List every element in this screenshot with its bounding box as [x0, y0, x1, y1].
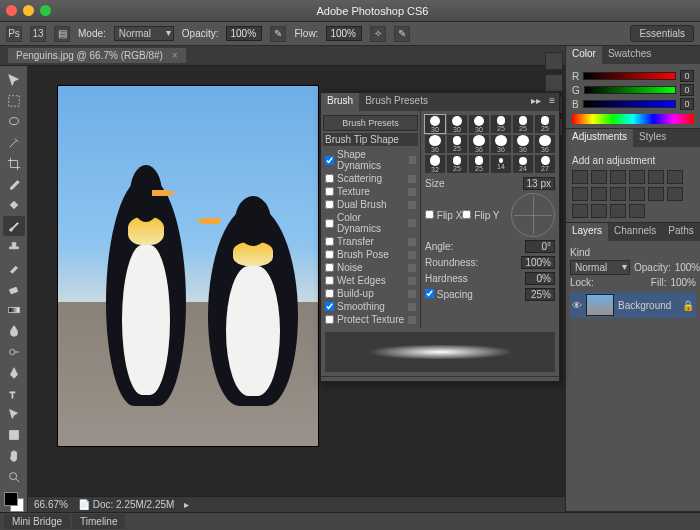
selective-color-icon[interactable] [629, 204, 645, 218]
zoom-window-icon[interactable] [40, 5, 51, 16]
brush-option-dual brush[interactable]: Dual Brush [323, 198, 418, 211]
brush-tip[interactable]: 25 [491, 115, 511, 133]
brush-option-protect texture[interactable]: Protect Texture [323, 313, 418, 326]
size-value[interactable]: 13 px [523, 177, 555, 190]
brush-panel-toggle-icon[interactable]: ▤ [54, 26, 70, 42]
photo-filter-icon[interactable] [610, 187, 626, 201]
collapse-icon[interactable]: ▸▸ [527, 93, 545, 111]
flow-input[interactable] [326, 26, 362, 41]
lock-icon[interactable] [408, 251, 416, 259]
tab-paths[interactable]: Paths [662, 223, 700, 241]
curves-icon[interactable] [610, 170, 626, 184]
brush-tip[interactable]: 24 [513, 155, 533, 173]
dodge-tool[interactable] [3, 342, 25, 362]
gradient-map-icon[interactable] [610, 204, 626, 218]
color-slider-G[interactable] [584, 86, 676, 94]
zoom-level[interactable]: 66.67% [34, 499, 68, 510]
lock-icon[interactable] [408, 264, 416, 272]
brush-option-transfer[interactable]: Transfer [323, 235, 418, 248]
channel-value[interactable]: 0 [680, 98, 694, 110]
tab-swatches[interactable]: Swatches [602, 46, 657, 64]
history-brush-tool[interactable] [3, 258, 25, 278]
color-slider-R[interactable] [583, 72, 676, 80]
lock-icon[interactable] [408, 175, 416, 183]
tab-color[interactable]: Color [566, 46, 602, 64]
tab-layers[interactable]: Layers [566, 223, 608, 241]
brush-option-build-up[interactable]: Build-up [323, 287, 418, 300]
channel-value[interactable]: 0 [680, 70, 694, 82]
brush-tip[interactable]: 30 [469, 115, 489, 133]
brush-tip[interactable]: 30 [447, 115, 467, 133]
marquee-tool[interactable] [3, 91, 25, 111]
tab-timeline[interactable]: Timeline [72, 514, 125, 529]
angle-widget[interactable] [511, 193, 555, 237]
brush-option-smoothing[interactable]: Smoothing [323, 300, 418, 313]
brush-tip[interactable]: 25 [513, 115, 533, 133]
channel-value[interactable]: 0 [680, 84, 694, 96]
hue-ramp[interactable] [572, 114, 694, 124]
document-canvas[interactable] [58, 86, 318, 446]
lock-icon[interactable] [408, 303, 416, 311]
history-panel-icon[interactable] [545, 52, 563, 70]
brush-tip[interactable]: 30 [425, 115, 445, 133]
visibility-icon[interactable]: 👁 [572, 300, 582, 311]
brush-tip[interactable]: 36 [469, 135, 489, 153]
lock-icon[interactable] [408, 290, 416, 298]
brush-option-texture[interactable]: Texture [323, 185, 418, 198]
tab-channels[interactable]: Channels [608, 223, 662, 241]
document-tab[interactable]: Penguins.jpg @ 66.7% (RGB/8#) × [8, 48, 186, 63]
lock-icon[interactable] [408, 201, 416, 209]
layer-thumbnail[interactable] [586, 294, 614, 316]
threshold-icon[interactable] [591, 204, 607, 218]
lock-icon[interactable] [408, 316, 416, 324]
exposure-icon[interactable] [629, 170, 645, 184]
lock-icon[interactable] [408, 238, 416, 246]
brush-tip[interactable]: 36 [425, 135, 445, 153]
gradient-tool[interactable] [3, 300, 25, 320]
brightness-icon[interactable] [572, 170, 588, 184]
stamp-tool[interactable] [3, 237, 25, 257]
pen-tool[interactable] [3, 363, 25, 383]
tab-mini-bridge[interactable]: Mini Bridge [4, 514, 70, 529]
brush-tip[interactable]: 36 [535, 135, 555, 153]
eraser-tool[interactable] [3, 279, 25, 299]
color-swatch[interactable] [4, 492, 24, 512]
hardness-value[interactable]: 0% [525, 272, 555, 285]
shape-tool[interactable] [3, 425, 25, 445]
tab-brush-presets[interactable]: Brush Presets [359, 93, 434, 111]
ps-logo-icon[interactable]: Ps [6, 26, 22, 42]
opacity-input[interactable] [226, 26, 262, 41]
posterize-icon[interactable] [572, 204, 588, 218]
layer-blend-dropdown[interactable]: Normal [570, 260, 630, 275]
status-arrow-icon[interactable]: ▸ [184, 499, 189, 510]
brush-tip[interactable]: 36 [491, 135, 511, 153]
lookup-icon[interactable] [648, 187, 664, 201]
brush-presets-button[interactable]: Brush Presets [323, 115, 418, 131]
path-select-tool[interactable] [3, 405, 25, 425]
lock-icon[interactable] [408, 188, 416, 196]
type-tool[interactable]: T [3, 384, 25, 404]
brush-tip[interactable]: 25 [447, 135, 467, 153]
roundness-value[interactable]: 100% [521, 256, 555, 269]
workspace-switcher[interactable]: Essentials [630, 25, 694, 42]
brush-option-shape dynamics[interactable]: Shape Dynamics [323, 148, 418, 172]
invert-icon[interactable] [667, 187, 683, 201]
spacing-value[interactable]: 25% [525, 288, 555, 301]
layer-row[interactable]: 👁 Background 🔒 [570, 292, 696, 318]
doc-info[interactable]: 📄 Doc: 2.25M/2.25M [78, 499, 175, 510]
angle-value[interactable]: 0° [525, 240, 555, 253]
spacing-checkbox[interactable]: Spacing [425, 289, 473, 300]
crop-tool[interactable] [3, 154, 25, 174]
tab-brush[interactable]: Brush [321, 93, 359, 111]
move-tool[interactable] [3, 70, 25, 90]
lock-icon[interactable] [408, 277, 416, 285]
blend-mode-dropdown[interactable]: Normal [114, 26, 174, 41]
healing-tool[interactable] [3, 195, 25, 215]
brush-option-noise[interactable]: Noise [323, 261, 418, 274]
airbrush-icon[interactable]: ✧ [370, 26, 386, 42]
brush-option-scattering[interactable]: Scattering [323, 172, 418, 185]
brush-tip[interactable]: 27 [535, 155, 555, 173]
lasso-tool[interactable] [3, 112, 25, 132]
vibrance-icon[interactable] [648, 170, 664, 184]
hand-tool[interactable] [3, 446, 25, 466]
